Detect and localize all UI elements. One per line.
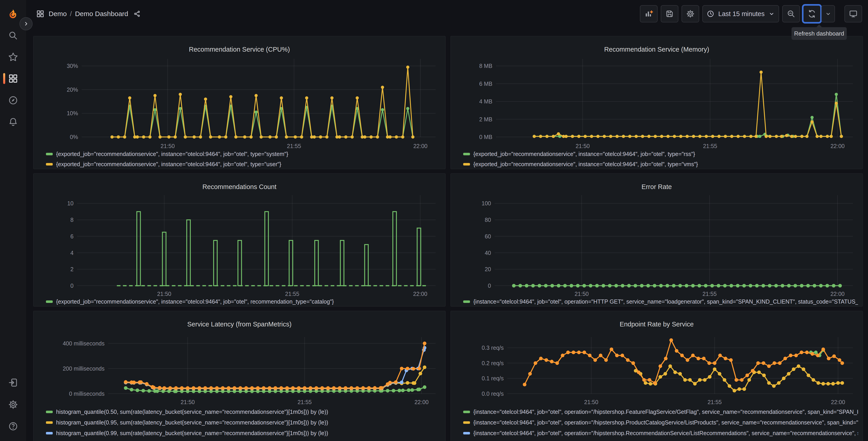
svg-text:21:55: 21:55 [298,399,312,405]
legend-item[interactable]: {instance="otelcol:9464", job="otel", op… [463,297,858,306]
svg-text:21:55: 21:55 [708,399,722,405]
compass-icon [8,95,18,106]
legend-item[interactable]: {instance="otelcol:9464", job="otel", op… [463,407,858,417]
legend-item[interactable]: histogram_quantile(0.999, sum(rate(laten… [46,439,441,441]
legend-swatch-yellow [463,421,470,424]
panel-legend: {exported_job="recommendationservice", i… [46,297,441,306]
chevron-down-icon [825,10,832,17]
svg-text:30%: 30% [67,63,78,69]
svg-text:6: 6 [70,233,73,239]
legend-label: {exported_job="recommendationservice", i… [473,161,698,168]
svg-text:40: 40 [485,250,491,256]
panel-legend: {exported_job="recommendationservice", i… [463,149,858,169]
svg-text:0: 0 [488,283,491,289]
svg-text:0%: 0% [70,134,78,140]
legend-item[interactable]: histogram_quantile(0.95, sum(rate(latenc… [46,417,441,428]
time-range-label: Last 15 minutes [718,10,765,18]
sidebar-item-settings[interactable] [0,396,26,413]
legend-item[interactable]: {instance="otelcol:9464", job="otel", op… [463,417,858,428]
sidebar-item-dashboards[interactable] [0,70,26,87]
svg-text:22:00: 22:00 [413,143,428,149]
legend-swatch-blue [463,432,470,435]
legend-label: {instance="otelcol:9464", job="otel", op… [473,419,858,426]
gear-icon [686,9,695,18]
panel-recommendation-service-memory: Recommendation Service (Memory)0 MB2 MB4… [451,36,863,169]
svg-text:60: 60 [485,233,491,239]
sidebar-item-help[interactable] [0,418,26,435]
refresh-interval-button[interactable] [822,5,835,22]
breadcrumb-current[interactable]: Demo Dashboard [75,10,128,18]
bell-icon [8,117,18,127]
legend-item[interactable]: histogram_quantile(0.50, sum(rate(latenc… [46,407,441,417]
dashboards-icon [8,74,18,84]
legend-swatch-green [463,153,470,155]
sidebar-item-sign-in[interactable] [0,374,26,391]
svg-text:10: 10 [67,200,73,206]
svg-text:8 MB: 8 MB [479,63,492,69]
svg-text:21:50: 21:50 [161,143,175,149]
search-icon [8,30,18,41]
grafana-logo[interactable] [8,9,18,19]
expand-sidebar-button[interactable] [20,17,33,30]
panel-service-latency: Service Latency (from SpanMetrics)0 mill… [33,311,445,441]
sidebar-item-explore[interactable] [0,92,26,109]
add-panel-button[interactable] [640,5,657,22]
legend-label: histogram_quantile(0.50, sum(rate(latenc… [56,409,328,415]
cycle-view-mode-button[interactable] [844,5,862,22]
panel-endpoint-rate-by-service: Endpoint Rate by Service0.0 req/s0.1 req… [451,311,863,441]
svg-text:8: 8 [70,217,73,223]
panel-legend: {exported_job="recommendationservice", i… [46,149,441,169]
svg-text:22:00: 22:00 [831,399,845,405]
legend-swatch-green [463,411,470,413]
legend-item[interactable]: {exported_job="recommendationservice", i… [463,149,858,159]
dashboard-settings-button[interactable] [682,5,699,22]
svg-text:22:00: 22:00 [414,399,429,405]
legend-item[interactable]: {exported_job="recommendationservice", i… [463,159,858,169]
svg-text:0.3 req/s: 0.3 req/s [482,345,504,351]
dashboard-grid: Recommendation Service (CPU%)0%10%20%30%… [26,28,868,441]
dashboard-toolbar: Last 15 minutes [640,5,862,22]
legend-label: {exported_job="recommendationservice", i… [473,151,695,157]
sign-in-icon [8,377,18,388]
time-range-picker[interactable]: Last 15 minutes [702,5,779,22]
nav-sidebar [0,0,26,441]
legend-item[interactable]: {exported_job="recommendationservice", i… [46,149,441,159]
legend-item[interactable]: {exported_job="recommendationservice", i… [46,159,441,169]
legend-item[interactable]: {instance="otelcol:9464", job="otel", op… [463,428,858,439]
svg-text:0.2 req/s: 0.2 req/s [482,360,504,366]
panel-legend: {instance="otelcol:9464", job="otel", op… [463,407,858,441]
legend-item[interactable]: histogram_quantile(0.99, sum(rate(latenc… [46,428,441,439]
legend-swatch-yellow [46,163,53,166]
panel-legend: histogram_quantile(0.50, sum(rate(latenc… [46,407,441,441]
sidebar-item-search[interactable] [0,27,26,44]
svg-text:21:50: 21:50 [584,399,598,405]
svg-text:4: 4 [70,250,73,256]
zoom-out-button[interactable] [782,5,800,22]
gear-icon [8,399,18,410]
save-icon [665,9,674,18]
star-icon [8,52,18,62]
legend-item[interactable]: {instance="otelcol:9464", job="otel", op… [463,439,858,441]
svg-text:10%: 10% [67,110,78,116]
panel-legend: {instance="otelcol:9464", job="otel", op… [463,297,858,306]
svg-text:0.1 req/s: 0.1 req/s [482,375,504,381]
recommendations-count-chart[interactable]: 024681021:5021:5522:00 [33,174,445,306]
svg-text:400 milliseconds: 400 milliseconds [63,340,104,347]
breadcrumb-root[interactable]: Demo [49,10,67,18]
svg-text:20: 20 [485,266,491,272]
svg-text:21:50: 21:50 [576,143,590,149]
svg-text:0 milliseconds: 0 milliseconds [69,390,104,397]
dashboards-breadcrumb-icon [36,9,44,18]
error-rate-chart[interactable]: 02040608010021:5021:5522:00 [451,174,863,306]
legend-item[interactable]: {exported_job="recommendationservice", i… [46,297,441,306]
refresh-dashboard-button[interactable] [803,5,821,22]
sidebar-item-starred[interactable] [0,49,26,65]
monitor-icon [849,9,858,18]
refresh-icon [807,9,816,18]
svg-text:0 MB: 0 MB [479,134,492,140]
legend-swatch-yellow [46,421,53,424]
svg-text:100: 100 [482,200,491,206]
share-icon[interactable] [133,10,141,18]
sidebar-item-alerting[interactable] [0,114,26,130]
save-dashboard-button[interactable] [661,5,678,22]
